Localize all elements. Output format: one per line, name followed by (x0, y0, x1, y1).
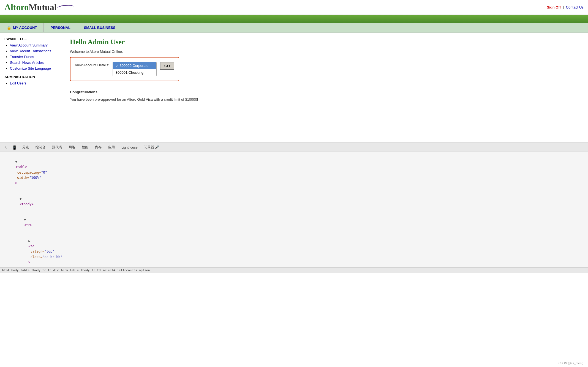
nav-bar: 🔒 MY ACCOUNT PERSONAL SMALL BUSINESS (0, 23, 588, 32)
congrats-section: Congratulations! You have been pre-appro… (70, 90, 581, 102)
devtools-tab-lighthouse[interactable]: Lighthouse (118, 144, 141, 150)
page-greeting: Hello Admin User (70, 38, 581, 46)
sidebar-section2-title: ADMINISTRATION (4, 75, 59, 79)
contact-us-link[interactable]: Contact Us (566, 5, 584, 9)
sidebar: I WANT TO ... View Account Summary View … (0, 32, 63, 143)
sidebar-item-edit-users[interactable]: Edit Users (10, 81, 26, 85)
code-line: ▼ <table cellspacing="0" width="100%" > (3, 154, 585, 191)
list-item: Edit Users (10, 81, 59, 85)
account-select-dropdown[interactable]: ✓ 800000 Corporate 800001 Checking (113, 62, 157, 76)
logo: AltoroMutual (4, 2, 74, 12)
nav-small-business[interactable]: SMALL BUSINESS (77, 23, 122, 32)
nav-personal[interactable]: PERSONAL (44, 23, 77, 32)
devtools-tab-memory[interactable]: 内存 (92, 144, 105, 151)
devtools-panel: ↖ 📱 元素 控制台 源代码 网络 性能 内存 应用 Lighthouse 记录… (0, 143, 588, 273)
list-item: Customize Site Language (10, 66, 59, 70)
lock-icon: 🔒 (7, 25, 11, 30)
green-bar (0, 15, 588, 23)
sidebar-item-view-account-summary[interactable]: View Account Summary (10, 43, 48, 47)
account-select-wrapper: ✓ 800000 Corporate 800001 Checking (113, 62, 157, 76)
account-option-corporate[interactable]: ✓ 800000 Corporate (113, 62, 156, 69)
page-header: AltoroMutual Sign Off | Contact Us (0, 0, 588, 15)
account-details-row: View Account Details: ✓ 800000 Corporate… (75, 62, 174, 76)
sidebar-links-list: View Account Summary View Recent Transac… (4, 43, 59, 70)
checkmark-icon: ✓ (116, 64, 120, 68)
sign-off-link[interactable]: Sign Off (547, 5, 561, 9)
list-item: View Account Summary (10, 43, 59, 47)
account-details-label: View Account Details: (75, 62, 109, 67)
logo-altoro: Altoro (4, 2, 29, 12)
option-label: 800000 Corporate (119, 64, 148, 68)
sidebar-admin-links-list: Edit Users (4, 81, 59, 85)
account-option-checking[interactable]: 800001 Checking (113, 69, 156, 76)
nav-my-account[interactable]: 🔒 MY ACCOUNT (0, 23, 44, 32)
breadcrumb-text: html body table tbody tr td div form tab… (2, 269, 150, 272)
sidebar-item-transfer-funds[interactable]: Transfer Funds (10, 55, 34, 59)
header-actions: Sign Off | Contact Us (547, 5, 584, 9)
list-item: View Recent Transactions (10, 49, 59, 53)
code-line: ▶ <td valign="top" class="cc br bb" > … … (3, 233, 585, 267)
list-item: Transfer Funds (10, 55, 59, 59)
sidebar-item-view-recent-transactions[interactable]: View Recent Transactions (10, 49, 51, 53)
list-item: Search News Articles (10, 61, 59, 65)
devtools-tab-sources[interactable]: 源代码 (49, 144, 65, 151)
nav-my-account-label: MY ACCOUNT (13, 26, 37, 30)
devtools-tab-performance[interactable]: 性能 (78, 144, 92, 151)
header-separator: | (563, 5, 564, 9)
devtools-breadcrumb: html body table tbody tr td div form tab… (0, 267, 588, 273)
sidebar-section1-title: I WANT TO ... (4, 37, 59, 41)
account-details-box: View Account Details: ✓ 800000 Corporate… (70, 57, 179, 81)
welcome-text: Welcome to Altoro Mutual Online. (70, 50, 581, 54)
devtools-tab-application[interactable]: 应用 (105, 144, 118, 151)
devtools-tab-recorder[interactable]: 记录器 🎤 (141, 144, 162, 151)
code-line: ▼ <tbody> (3, 191, 585, 212)
devtools-select-icon[interactable]: ↖ (2, 144, 10, 151)
main-content: Hello Admin User Welcome to Altoro Mutua… (63, 32, 588, 143)
logo-mutual: Mutual (29, 2, 56, 12)
main-layout: I WANT TO ... View Account Summary View … (0, 32, 588, 143)
devtools-tab-elements[interactable]: 元素 (19, 144, 32, 151)
devtools-code-view[interactable]: ▼ <table cellspacing="0" width="100%" > … (0, 152, 588, 267)
devtools-device-icon[interactable]: 📱 (10, 144, 19, 151)
go-button[interactable]: GO (160, 62, 174, 70)
congrats-text: You have been pre-approved for an Altoro… (70, 97, 581, 102)
devtools-tab-network[interactable]: 网络 (65, 144, 78, 151)
logo-swoosh (57, 4, 74, 10)
devtools-toolbar: ↖ 📱 元素 控制台 源代码 网络 性能 内存 应用 Lighthouse 记录… (0, 143, 588, 152)
nav-personal-label: PERSONAL (50, 26, 70, 30)
congrats-title: Congratulations! (70, 90, 581, 94)
sidebar-item-search-news-articles[interactable]: Search News Articles (10, 61, 44, 65)
devtools-tab-console[interactable]: 控制台 (32, 144, 49, 151)
code-line: ▼ <tr> (3, 212, 585, 233)
option-label: 800001 Checking (116, 70, 143, 75)
sidebar-item-customize-site-language[interactable]: Customize Site Language (10, 66, 51, 70)
nav-small-business-label: SMALL BUSINESS (84, 26, 116, 30)
